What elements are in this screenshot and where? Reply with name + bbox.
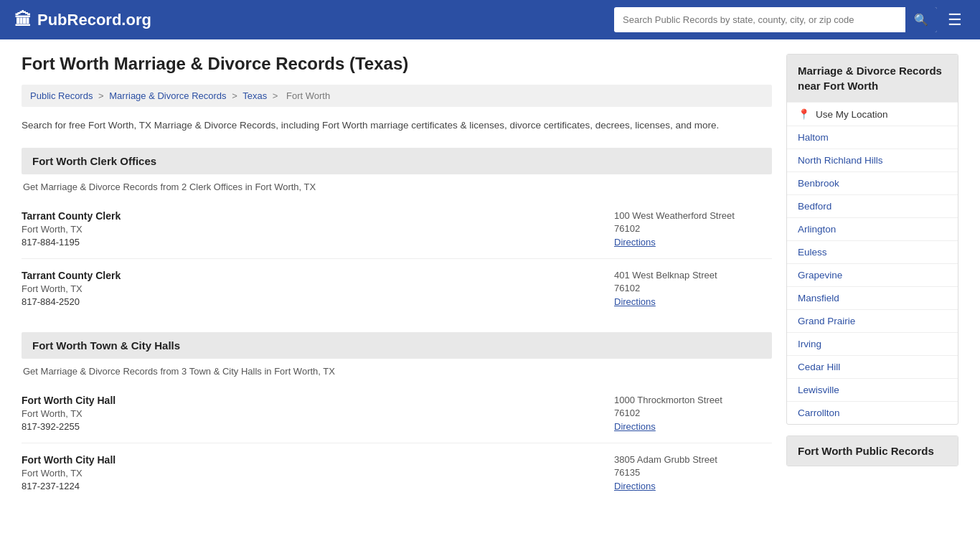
sidebar-city-euless[interactable]: Euless: [787, 240, 958, 263]
cityhall-2-zip: 76135: [614, 467, 772, 478]
city-halls-section: Fort Worth Town & City Halls Get Marriag…: [22, 332, 772, 502]
clerk-entry-2: Tarrant County Clerk Fort Worth, TX 817-…: [22, 263, 772, 318]
cityhall-entry-2-left: Fort Worth City Hall Fort Worth, TX 817-…: [22, 454, 116, 491]
sidebar-city-haltom[interactable]: Haltom: [787, 126, 958, 149]
sidebar: Marriage & Divorce Records near Fort Wor…: [786, 54, 958, 517]
use-my-location[interactable]: 📍 Use My Location: [787, 102, 958, 126]
clerk-2-zip: 76102: [614, 283, 772, 293]
sidebar-city-grapevine[interactable]: Grapevine: [787, 263, 958, 286]
nearby-records-box: Marriage & Divorce Records near Fort Wor…: [786, 54, 958, 425]
cityhall-1-directions[interactable]: Directions: [614, 421, 656, 432]
location-pin-icon: 📍: [798, 108, 810, 120]
content-area: Fort Worth Marriage & Divorce Records (T…: [22, 54, 772, 517]
breadcrumb-texas[interactable]: Texas: [242, 90, 267, 101]
cityhall-2-location: Fort Worth, TX: [22, 468, 116, 479]
search-input[interactable]: [614, 9, 905, 31]
clerk-entry-1-left: Tarrant County Clerk Fort Worth, TX 817-…: [22, 210, 121, 248]
sidebar-city-mansfield[interactable]: Mansfield: [787, 286, 958, 309]
breadcrumb-current: Fort Worth: [286, 90, 330, 101]
cityhall-1-name: Fort Worth City Hall: [22, 395, 116, 406]
sidebar-city-lewisville[interactable]: Lewisville: [787, 378, 958, 401]
search-bar: 🔍: [614, 7, 937, 32]
cityhall-entry-1-left: Fort Worth City Hall Fort Worth, TX 817-…: [22, 395, 116, 432]
logo-icon: 🏛: [14, 10, 32, 30]
page-title: Fort Worth Marriage & Divorce Records (T…: [22, 54, 772, 74]
clerk-1-address: 100 West Weatherford Street: [614, 210, 772, 221]
sidebar-city-benbrook[interactable]: Benbrook: [787, 171, 958, 194]
clerk-offices-desc: Get Marriage & Divorce Records from 2 Cl…: [22, 182, 772, 192]
clerk-offices-section: Fort Worth Clerk Offices Get Marriage & …: [22, 148, 772, 318]
clerk-2-phone: 817-884-2520: [22, 296, 121, 307]
clerk-2-name: Tarrant County Clerk: [22, 270, 121, 281]
site-logo[interactable]: 🏛 PubRecord.org: [14, 10, 151, 30]
clerk-1-directions[interactable]: Directions: [614, 237, 656, 248]
sidebar-city-bedford[interactable]: Bedford: [787, 194, 958, 217]
cityhall-entry-2: Fort Worth City Hall Fort Worth, TX 817-…: [22, 447, 772, 502]
clerk-entry-2-right: 401 West Belknap Street 76102 Directions: [614, 270, 772, 307]
clerk-entry-1: Tarrant County Clerk Fort Worth, TX 817-…: [22, 203, 772, 259]
cityhall-1-location: Fort Worth, TX: [22, 408, 116, 419]
clerk-entry-2-left: Tarrant County Clerk Fort Worth, TX 817-…: [22, 270, 121, 307]
breadcrumb: Public Records > Marriage & Divorce Reco…: [22, 85, 772, 107]
clerk-1-phone: 817-884-1195: [22, 237, 121, 248]
clerk-1-name: Tarrant County Clerk: [22, 210, 121, 222]
cityhall-1-phone: 817-392-2255: [22, 421, 116, 432]
site-header: 🏛 PubRecord.org 🔍 ☰: [0, 0, 980, 39]
search-button[interactable]: 🔍: [905, 7, 937, 32]
main-container: Fort Worth Marriage & Divorce Records (T…: [0, 39, 980, 531]
cityhall-entry-1-right: 1000 Throckmorton Street 76102 Direction…: [614, 395, 772, 432]
header-right: 🔍 ☰: [614, 7, 966, 33]
sidebar-city-arlington[interactable]: Arlington: [787, 217, 958, 240]
nearby-records-title: Marriage & Divorce Records near Fort Wor…: [787, 55, 958, 102]
cityhall-entry-1: Fort Worth City Hall Fort Worth, TX 817-…: [22, 387, 772, 443]
cityhall-2-phone: 817-237-1224: [22, 481, 116, 491]
cityhall-entry-2-right: 3805 Adam Grubb Street 76135 Directions: [614, 454, 772, 491]
public-records-box: Fort Worth Public Records: [786, 435, 958, 466]
city-halls-header: Fort Worth Town & City Halls: [22, 332, 772, 359]
clerk-1-zip: 76102: [614, 223, 772, 234]
clerk-entry-1-right: 100 West Weatherford Street 76102 Direct…: [614, 210, 772, 248]
clerk-2-directions[interactable]: Directions: [614, 296, 656, 307]
sidebar-city-grand-prairie[interactable]: Grand Prairie: [787, 309, 958, 332]
sidebar-city-north-richland-hills[interactable]: North Richland Hills: [787, 149, 958, 171]
cityhall-2-name: Fort Worth City Hall: [22, 454, 116, 466]
cityhall-2-directions[interactable]: Directions: [614, 481, 656, 491]
breadcrumb-marriage-divorce[interactable]: Marriage & Divorce Records: [109, 90, 226, 101]
menu-button[interactable]: ☰: [944, 7, 966, 33]
clerk-2-location: Fort Worth, TX: [22, 283, 121, 294]
cityhall-2-address: 3805 Adam Grubb Street: [614, 454, 772, 465]
public-records-title: Fort Worth Public Records: [787, 436, 958, 466]
sidebar-city-carrollton[interactable]: Carrollton: [787, 401, 958, 424]
clerk-offices-header: Fort Worth Clerk Offices: [22, 148, 772, 174]
cityhall-1-address: 1000 Throckmorton Street: [614, 395, 772, 405]
sidebar-city-cedar-hill[interactable]: Cedar Hill: [787, 355, 958, 378]
use-my-location-label: Use My Location: [816, 109, 888, 120]
city-halls-desc: Get Marriage & Divorce Records from 3 To…: [22, 366, 772, 377]
cityhall-1-zip: 76102: [614, 408, 772, 418]
sidebar-city-irving[interactable]: Irving: [787, 332, 958, 355]
clerk-1-location: Fort Worth, TX: [22, 224, 121, 235]
page-description: Search for free Fort Worth, TX Marriage …: [22, 118, 772, 133]
clerk-2-address: 401 West Belknap Street: [614, 270, 772, 281]
breadcrumb-public-records[interactable]: Public Records: [30, 90, 93, 101]
logo-text: PubRecord.org: [37, 11, 151, 29]
